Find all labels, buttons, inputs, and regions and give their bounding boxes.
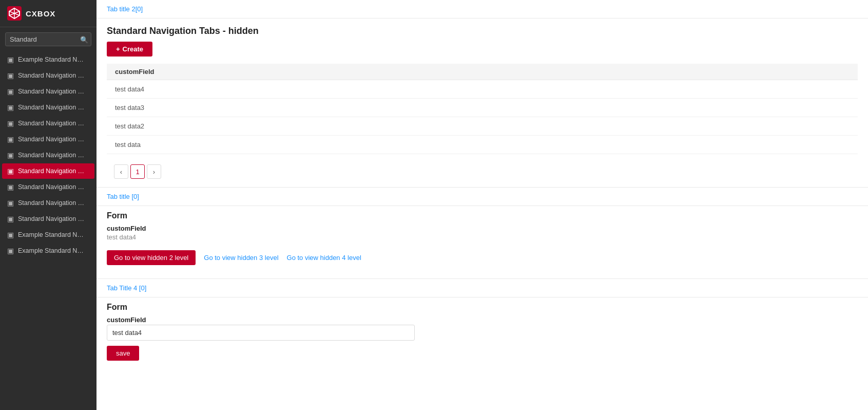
form-field-value-1: test data4 <box>107 233 858 241</box>
sidebar-item-6[interactable]: ▣ Standard Navigation Tabs - <box>2 132 94 147</box>
nav-item-icon-2: ▣ <box>7 71 14 80</box>
nav-item-icon-5: ▣ <box>7 119 14 127</box>
sidebar-item-1[interactable]: ▣ Example Standard Navigati <box>2 52 94 67</box>
tab1-title[interactable]: Tab title [0] <box>107 188 146 206</box>
nav-item-icon-10: ▣ <box>7 199 14 207</box>
form-input-customField[interactable] <box>107 325 415 341</box>
sidebar-item-label-1: Example Standard Navigati <box>18 56 85 63</box>
main-content: Tab title 2[0] Standard Navigation Tabs … <box>97 0 868 410</box>
sidebar-logo: CXBOX <box>0 0 97 27</box>
search-icon: 🔍 <box>80 35 88 43</box>
nav-item-icon-13: ▣ <box>7 247 14 255</box>
nav-item-icon-9: ▣ <box>7 183 14 191</box>
create-button[interactable]: + Create <box>107 42 152 57</box>
nav-item-icon-6: ▣ <box>7 135 14 143</box>
nav-item-icon-11: ▣ <box>7 215 14 223</box>
form-field-label-1: customField <box>107 225 858 232</box>
nav-item-icon-12: ▣ <box>7 231 14 239</box>
sidebar-item-label-5: Standard Navigation Tabs - <box>18 120 85 127</box>
sidebar-item-label-3: Standard Navigation Tabs - <box>18 88 85 95</box>
table-row: test data2 <box>107 117 858 136</box>
save-button[interactable]: save <box>107 346 139 361</box>
sidebar-item-label-2: Standard Navigation Tabs - <box>18 72 85 79</box>
table-cell-customField: test data3 <box>107 99 858 117</box>
table-row: test data4 <box>107 80 858 99</box>
tab4-header: Tab Title 4 [0] <box>97 279 868 297</box>
nav-item-icon-8: ▣ <box>7 167 14 175</box>
sidebar-item-5[interactable]: ▣ Standard Navigation Tabs - <box>2 116 94 131</box>
tab2-header: Tab title 2[0] <box>97 0 868 18</box>
form-field-label-2: customField <box>107 316 858 324</box>
table-cell-customField: test data <box>107 136 858 154</box>
pagination: ‹ 1 › <box>107 159 858 187</box>
sidebar-item-13[interactable]: ▣ Example Standard Navigati <box>2 243 94 258</box>
pagination-page-1[interactable]: 1 <box>130 164 145 179</box>
sidebar-item-label-6: Standard Navigation Tabs - <box>18 136 85 143</box>
nav-item-icon-1: ▣ <box>7 55 14 64</box>
sidebar-nav: ▣ Example Standard Navigati ▣ Standard N… <box>0 51 97 410</box>
pagination-next[interactable]: › <box>147 164 161 179</box>
action-buttons-row: Go to view hidden 2 level Go to view hid… <box>107 246 858 273</box>
column-header-customField: customField <box>107 64 858 80</box>
tab2-title[interactable]: Tab title 2[0] <box>107 0 150 18</box>
page-title: Standard Navigation Tabs - hidden <box>107 18 858 42</box>
form-section-1: Form customField test data4 Go to view h… <box>97 206 868 278</box>
form-section-2: Form customField save <box>97 297 868 366</box>
sidebar-item-label-4: Standard Navigation Tabs - <box>18 104 85 111</box>
sidebar-item-2[interactable]: ▣ Standard Navigation Tabs - <box>2 68 94 83</box>
sidebar-item-10[interactable]: ▣ Standard Navigation Tabs - <box>2 195 94 211</box>
table-row: test data3 <box>107 99 858 117</box>
sidebar-item-label-11: Standard Navigation Tabs e <box>18 215 85 222</box>
sidebar-item-label-9: Standard Navigation Tabs - <box>18 183 85 191</box>
sidebar-item-3[interactable]: ▣ Standard Navigation Tabs - <box>2 84 94 99</box>
sidebar-item-label-12: Example Standard Navigati <box>18 231 85 238</box>
search-input[interactable] <box>5 32 91 46</box>
sidebar-item-label-13: Example Standard Navigati <box>18 247 85 254</box>
data-table: customField test data4test data3test dat… <box>107 64 858 154</box>
tab1-header: Tab title [0] <box>97 188 868 206</box>
tab4-title[interactable]: Tab Title 4 [0] <box>107 279 153 297</box>
sidebar-item-label-10: Standard Navigation Tabs - <box>18 199 85 207</box>
nav-item-icon-4: ▣ <box>7 103 14 111</box>
sidebar-item-label-7: Standard Navigation Tabs - <box>18 152 85 159</box>
sidebar-item-11[interactable]: ▣ Standard Navigation Tabs e <box>2 211 94 227</box>
table-cell-customField: test data2 <box>107 117 858 136</box>
nav-item-icon-7: ▣ <box>7 151 14 159</box>
go-hidden-3-button[interactable]: Go to view hidden 3 level <box>204 254 278 262</box>
form-title-2: Form <box>107 297 858 316</box>
sidebar-item-label-8: Standard Navigation Tabs - <box>18 167 85 175</box>
nav-item-icon-3: ▣ <box>7 87 14 96</box>
list-section: Standard Navigation Tabs - hidden + Crea… <box>97 18 868 187</box>
logo-text: CXBOX <box>26 9 55 18</box>
create-icon: + <box>116 45 120 53</box>
sidebar-item-8[interactable]: ▣ Standard Navigation Tabs - <box>2 163 94 179</box>
table-cell-customField: test data4 <box>107 80 858 99</box>
create-label: Create <box>123 45 143 53</box>
sidebar-item-12[interactable]: ▣ Example Standard Navigati <box>2 227 94 243</box>
go-hidden-2-button[interactable]: Go to view hidden 2 level <box>107 250 196 265</box>
go-hidden-4-button[interactable]: Go to view hidden 4 level <box>287 254 361 262</box>
table-row: test data <box>107 136 858 154</box>
sidebar-item-7[interactable]: ▣ Standard Navigation Tabs - <box>2 147 94 163</box>
pagination-prev[interactable]: ‹ <box>114 164 128 179</box>
form-title-1: Form <box>107 206 858 225</box>
sidebar-item-4[interactable]: ▣ Standard Navigation Tabs - <box>2 100 94 115</box>
sidebar-search-container: 🔍 <box>0 27 97 51</box>
sidebar: CXBOX 🔍 ▣ Example Standard Navigati ▣ St… <box>0 0 97 410</box>
sidebar-item-9[interactable]: ▣ Standard Navigation Tabs - <box>2 179 94 195</box>
cxbox-logo-icon <box>7 6 22 21</box>
